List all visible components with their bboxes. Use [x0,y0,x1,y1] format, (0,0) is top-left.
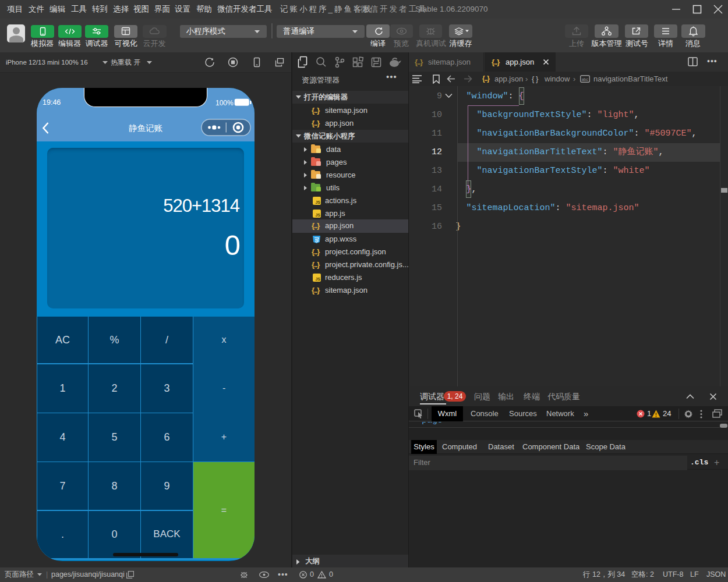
svg-text:abc: abc [581,77,588,81]
